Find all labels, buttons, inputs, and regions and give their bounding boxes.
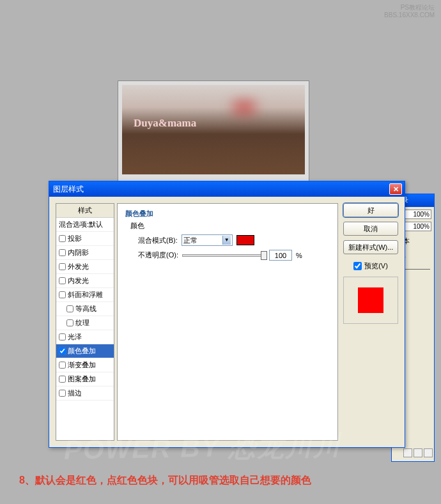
blend-mode-label: 混合模式(B): xyxy=(138,236,178,245)
color-swatch[interactable] xyxy=(236,235,254,245)
style-checkbox-1[interactable] xyxy=(59,235,66,242)
layer-style-dialog: 图层样式 ✕ 样式 混合选项:默认投影内阴影外发光内发光斜面和浮雕等高线纹理光泽… xyxy=(49,181,405,448)
style-item-12[interactable]: 描边 xyxy=(56,386,114,401)
panel-icon-3[interactable] xyxy=(424,448,433,457)
blend-mode-select[interactable]: 正常 ▼ xyxy=(182,234,233,246)
style-item-9[interactable]: 颜色叠加 xyxy=(56,344,114,358)
panel-bottom-icons xyxy=(403,448,433,457)
right-buttons: 好 取消 新建样式(W)... 预览(V) xyxy=(343,203,398,441)
style-item-2[interactable]: 内阴影 xyxy=(56,246,114,260)
close-button[interactable]: ✕ xyxy=(389,183,402,195)
new-style-button[interactable]: 新建样式(W)... xyxy=(343,240,398,254)
watermark-line2: BBS.16XX8.COM xyxy=(384,11,435,19)
style-checkbox-8[interactable] xyxy=(59,333,66,340)
opacity-row: 不透明度(O): % xyxy=(138,250,330,261)
preview-checkbox-row[interactable]: 预览(V) xyxy=(343,261,398,271)
style-checkbox-12[interactable] xyxy=(59,390,66,397)
style-checkbox-4[interactable] xyxy=(59,277,66,284)
style-item-0[interactable]: 混合选项:默认 xyxy=(56,218,114,232)
dialog-title: 图层样式 xyxy=(52,184,389,195)
cancel-button[interactable]: 取消 xyxy=(343,222,398,236)
opacity-input[interactable] xyxy=(269,250,292,261)
dialog-body: 样式 混合选项:默认投影内阴影外发光内发光斜面和浮雕等高线纹理光泽颜色叠加渐变叠… xyxy=(49,197,405,447)
ok-button[interactable]: 好 xyxy=(343,203,398,217)
style-checkbox-10[interactable] xyxy=(59,362,66,369)
style-item-5[interactable]: 斜面和浮雕 xyxy=(56,288,114,302)
style-item-10[interactable]: 渐变叠加 xyxy=(56,358,114,372)
style-checkbox-5[interactable] xyxy=(59,291,66,298)
style-label-6: 等高线 xyxy=(75,304,97,314)
panel-icon-1[interactable] xyxy=(403,448,412,457)
photo-area: Duya&mama xyxy=(122,85,305,174)
watermark-top: PS教程论坛 BBS.16XX8.COM xyxy=(384,4,435,19)
subsection-title: 颜色 xyxy=(130,221,330,231)
blend-mode-row: 混合模式(B): 正常 ▼ xyxy=(138,234,330,246)
opacity-unit: % xyxy=(296,252,302,259)
style-label-8: 光泽 xyxy=(68,332,82,342)
slider-thumb[interactable] xyxy=(261,251,267,260)
style-label-7: 纹理 xyxy=(75,318,89,328)
style-item-4[interactable]: 内发光 xyxy=(56,274,114,288)
style-checkbox-7[interactable] xyxy=(66,319,74,326)
style-label-11: 图案叠加 xyxy=(68,374,96,384)
blend-mode-value: 正常 xyxy=(183,236,197,245)
style-checkbox-9[interactable] xyxy=(59,347,66,355)
style-label-2: 内阴影 xyxy=(68,248,89,257)
settings-panel: 颜色叠加 颜色 混合模式(B): 正常 ▼ 不透明度(O): xyxy=(117,203,338,441)
step-caption: 8、默认会是红色，点红色色块，可以用吸管选取自己想要的颜色 xyxy=(19,474,311,487)
preview-swatch[interactable] xyxy=(358,287,383,313)
dialog-titlebar[interactable]: 图层样式 ✕ xyxy=(49,181,405,197)
style-label-0: 混合选项:默认 xyxy=(59,220,103,229)
style-label-5: 斜面和浮雕 xyxy=(68,290,103,300)
style-label-10: 渐变叠加 xyxy=(68,360,96,370)
style-item-7[interactable]: 纹理 xyxy=(56,316,114,330)
photo-watermark-text: Duya&mama xyxy=(134,117,196,130)
preview-label: 预览(V) xyxy=(364,261,388,271)
opacity-slider[interactable] xyxy=(182,254,265,257)
preview-checkbox[interactable] xyxy=(353,262,362,270)
watermark-line1: PS教程论坛 xyxy=(384,4,435,11)
style-item-6[interactable]: 等高线 xyxy=(56,302,114,316)
style-label-1: 投影 xyxy=(68,234,82,243)
style-item-1[interactable]: 投影 xyxy=(56,232,114,246)
styles-header[interactable]: 样式 xyxy=(56,204,114,218)
chevron-down-icon: ▼ xyxy=(222,236,231,245)
style-checkbox-3[interactable] xyxy=(59,263,66,270)
opacity-label: 不透明度(O): xyxy=(138,250,178,260)
style-item-8[interactable]: 光泽 xyxy=(56,330,114,344)
style-item-11[interactable]: 图案叠加 xyxy=(56,372,114,386)
style-checkbox-6[interactable] xyxy=(66,305,74,312)
preview-box xyxy=(343,277,398,324)
style-item-3[interactable]: 外发光 xyxy=(56,260,114,274)
styles-list: 样式 混合选项:默认投影内阴影外发光内发光斜面和浮雕等高线纹理光泽颜色叠加渐变叠… xyxy=(56,203,114,441)
panel-icon-2[interactable] xyxy=(414,448,422,457)
style-label-12: 描边 xyxy=(68,388,82,398)
style-label-9: 颜色叠加 xyxy=(68,346,96,356)
style-checkbox-11[interactable] xyxy=(59,376,66,383)
style-label-4: 内发光 xyxy=(68,276,89,286)
style-label-3: 外发光 xyxy=(68,262,89,271)
section-title: 颜色叠加 xyxy=(125,209,330,218)
style-checkbox-2[interactable] xyxy=(59,249,66,256)
